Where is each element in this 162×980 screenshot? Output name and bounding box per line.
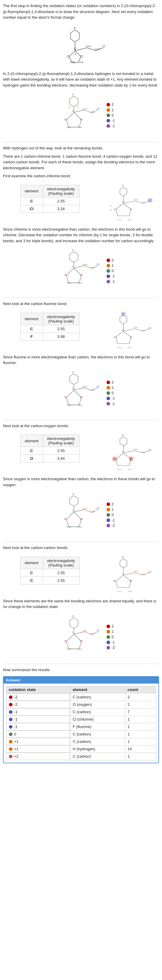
legend2-item-2: 1 — [106, 264, 115, 268]
result-state-text: +2 — [14, 754, 19, 759]
svg-text:CH₂: CH₂ — [78, 648, 82, 651]
cc-c2-en: 2.55 — [43, 577, 79, 584]
result-state-text: 0 — [14, 732, 16, 737]
result-cell-count: 1 — [125, 716, 156, 723]
result-row: +1H (hydrogen)14 — [6, 745, 156, 752]
legend2-dot-1 — [106, 258, 110, 262]
legend5-item-3: 0 — [106, 635, 115, 639]
result-row: 0C (carbon)1 — [6, 730, 156, 738]
legend5-label-3: 0 — [112, 635, 114, 639]
svg-text:CH₂: CH₂ — [134, 448, 138, 450]
result-state-dot — [9, 703, 13, 706]
svg-marker-167 — [120, 559, 127, 568]
svg-line-188 — [74, 632, 84, 634]
svg-text:CH₂: CH₂ — [83, 507, 87, 510]
result-cell-element: H (hydrogen) — [70, 745, 125, 752]
legend4-label-5: -2 — [112, 523, 115, 528]
svg-line-20 — [66, 112, 74, 120]
co-section: element electronegativity(Pauling scale)… — [3, 432, 159, 474]
svg-line-163 — [116, 581, 117, 587]
svg-line-0 — [69, 51, 75, 57]
co-c-en: 2.55 — [43, 447, 79, 455]
mol-svg-legend2: C O O H₂C CH₂ F CH₂ CH₂ Cl — [47, 247, 104, 295]
svg-text:C: C — [122, 573, 124, 575]
svg-text:O: O — [130, 457, 132, 460]
cc-header-en: electronegativity(Pauling scale) — [43, 557, 79, 569]
legend2-item-1: 2 — [106, 258, 115, 262]
legend-2: 2 1 0 -1 -1 — [106, 258, 115, 284]
legend4-dot-4 — [106, 519, 110, 522]
svg-text:C: C — [122, 450, 124, 453]
legend2-dot-3 — [106, 269, 110, 273]
co-table: element electronegativity(Pauling scale)… — [20, 434, 79, 463]
svg-text:F: F — [72, 615, 74, 618]
legend2-label-4: -1 — [112, 274, 115, 278]
cf-section: element electronegativity(Pauling scale)… — [3, 310, 159, 352]
svg-text:H₂C: H₂C — [67, 126, 71, 129]
svg-line-27 — [74, 110, 84, 112]
svg-text:CH₂: CH₂ — [90, 111, 95, 113]
result-cell-state: -2 — [6, 694, 70, 701]
cf-c-element: C — [21, 325, 43, 332]
svg-text:H: H — [69, 106, 70, 108]
result-cell-count: 2 — [125, 694, 156, 701]
result-cell-state: -1 — [6, 716, 70, 723]
legend-4: 2 1 0 -1 -2 — [106, 502, 115, 528]
legend3-item-4: -1 — [106, 396, 115, 401]
divider-3 — [3, 420, 159, 420]
cc-para2: Since these elements are the same the bo… — [3, 598, 159, 610]
svg-text:O: O — [114, 208, 116, 211]
summary-para: Now summarize the results: — [3, 667, 159, 673]
result-cell-count: 1 — [125, 723, 156, 730]
result-table: oxidation state element count -2C (carbo… — [6, 686, 156, 760]
co-explanation: Since oxygen is more electronegative tha… — [3, 476, 159, 488]
co-row-o: O 3.44 — [21, 455, 79, 463]
intro-para3: With hydrogen out of the way, look at th… — [3, 145, 159, 151]
svg-text:CH₂: CH₂ — [134, 326, 138, 328]
svg-text:H H: H H — [117, 590, 121, 593]
legend4-label-1: 2 — [112, 502, 114, 506]
mol-svg-legend4: C O O H₂C CH₂ F CH₂ CH₂ Cl — [47, 491, 104, 539]
intro-para5: First examine the carbon-chlorine bond: — [3, 173, 159, 179]
svg-text:C: C — [122, 201, 124, 204]
svg-text:O: O — [64, 517, 66, 520]
result-cell-state: +2 — [6, 752, 70, 760]
legend3-label-4: -1 — [112, 396, 115, 401]
legend3-dot-1 — [106, 380, 110, 384]
co-para: Next look at the carbon-oxygen bonds: — [3, 423, 159, 429]
svg-text:H H: H H — [128, 219, 132, 221]
svg-marker-186 — [70, 618, 78, 628]
answer-box: Answer: oxidation state element count -2… — [3, 676, 159, 763]
svg-text:C: C — [72, 631, 74, 634]
legend3-dot-4 — [106, 397, 110, 400]
cc-table: element electronegativity(Pauling scale)… — [20, 557, 79, 585]
result-state-text: -2 — [14, 702, 18, 707]
svg-text:H H: H H — [128, 468, 132, 471]
legend-3: 2 1 0 -1 -1 — [106, 380, 115, 406]
result-cell-element: C (carbon) — [70, 708, 125, 716]
svg-line-103 — [66, 390, 74, 398]
svg-text:CH₂: CH₂ — [83, 108, 87, 110]
result-row: -2C (carbon)2 — [6, 694, 156, 701]
legend5-label-4: -1 — [112, 640, 115, 644]
result-cell-element: Cl (chlorine) — [70, 716, 125, 723]
legend5-label-1: 2 — [112, 624, 114, 628]
cc-row-c1: C 2.55 — [21, 569, 79, 577]
divider-1 — [3, 142, 159, 142]
co-header-element: element — [21, 435, 43, 447]
legend2-item-3: 0 — [106, 269, 115, 273]
intro-section: The first step in finding the oxidation … — [3, 3, 159, 21]
svg-text:O: O — [80, 118, 82, 121]
result-cell-count: 14 — [125, 745, 156, 752]
legend3-item-1: 2 — [106, 380, 115, 385]
result-cell-element: C (carbon) — [70, 752, 125, 760]
svg-text:Cl: Cl — [149, 571, 151, 574]
svg-text:Cl: Cl — [149, 199, 151, 202]
molecule-legend-1: C O O H₂C CH₂ F · CH₂ CH₂ Cl H H 2 1 0 -… — [3, 92, 159, 139]
result-header-element: element — [70, 686, 125, 694]
legend-dot-3 — [106, 113, 110, 117]
intro-para2: In 2-(3-chloropropyl)-2-(p-fluorophenyl)… — [3, 71, 159, 88]
svg-line-84 — [116, 337, 117, 344]
svg-text:CH₂: CH₂ — [78, 404, 82, 406]
svg-line-169 — [124, 573, 135, 575]
